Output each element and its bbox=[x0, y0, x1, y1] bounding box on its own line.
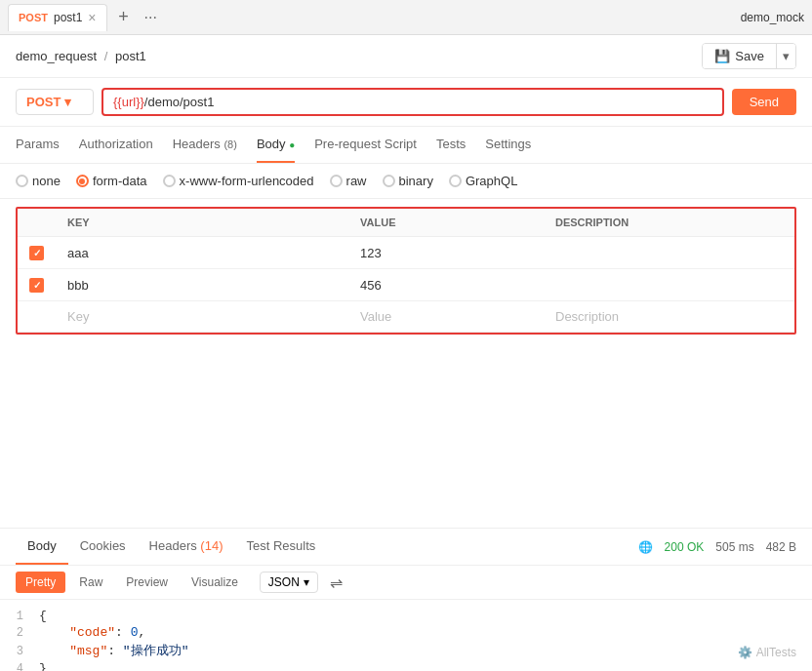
body-type-form-data-label: form-data bbox=[93, 174, 147, 188]
save-button-group[interactable]: 💾 Save ▾ bbox=[702, 43, 796, 69]
resp-tab-headers[interactable]: Headers (14) bbox=[138, 529, 235, 565]
format-tab-visualize[interactable]: Visualize bbox=[182, 572, 248, 593]
tab-method-badge: POST bbox=[19, 12, 48, 23]
request-tabs-nav: Params Authorization Headers (8) Body ● … bbox=[0, 127, 812, 164]
breadcrumb: demo_request / post1 bbox=[16, 49, 146, 63]
body-type-graphql[interactable]: GraphQL bbox=[449, 174, 517, 188]
placeholder-checkbox bbox=[18, 301, 56, 333]
breadcrumb-current: post1 bbox=[115, 49, 146, 63]
workspace-name: demo_mock bbox=[741, 11, 804, 24]
body-type-graphql-label: GraphQL bbox=[466, 174, 517, 188]
row2-checkbox-cell[interactable] bbox=[18, 269, 56, 301]
body-type-binary[interactable]: binary bbox=[383, 174, 433, 188]
url-template-part: {{url}} bbox=[113, 95, 144, 109]
body-type-binary-label: binary bbox=[399, 174, 433, 188]
body-type-urlencoded-label: x-www-form-urlencoded bbox=[180, 174, 314, 188]
placeholder-value[interactable]: Value bbox=[348, 301, 544, 333]
row2-key[interactable]: bbb bbox=[56, 269, 348, 301]
params-table: KEY VALUE DESCRIPTION aaa 123 bbox=[18, 209, 794, 333]
url-input[interactable]: {{url}}/demo/post1 bbox=[102, 88, 724, 116]
col-value-header: VALUE bbox=[348, 209, 544, 237]
format-bar: Pretty Raw Preview Visualize JSON ▾ ⇌ bbox=[0, 566, 812, 600]
col-description-header: DESCRIPTION bbox=[544, 209, 794, 237]
resp-tab-body[interactable]: Body bbox=[16, 529, 68, 565]
code-line-3: 3 "msg": "操作成功" bbox=[0, 641, 812, 660]
method-label: POST bbox=[26, 95, 61, 109]
response-tabs-nav: Body Cookies Headers (14) Test Results 🌐… bbox=[0, 529, 812, 566]
placeholder-key[interactable]: Key bbox=[56, 301, 348, 333]
radio-binary bbox=[383, 175, 395, 187]
response-section: Body Cookies Headers (14) Test Results 🌐… bbox=[0, 528, 812, 671]
url-bar: POST ▾ {{url}}/demo/post1 Send bbox=[0, 78, 812, 127]
resp-headers-count: (14) bbox=[200, 538, 223, 553]
code-line-4: 4 } bbox=[0, 660, 812, 671]
save-icon: 💾 bbox=[714, 49, 730, 63]
url-path-part: /demo/post1 bbox=[144, 95, 215, 109]
row1-checkbox[interactable] bbox=[29, 246, 44, 260]
row1-description[interactable] bbox=[544, 237, 794, 269]
watermark-icon: ⚙️ bbox=[738, 646, 752, 659]
tab-nav-headers[interactable]: Headers (8) bbox=[173, 127, 237, 163]
tab-post1[interactable]: POST post1 × bbox=[8, 4, 107, 31]
tab-bar: POST post1 × + ··· demo_mock bbox=[0, 0, 812, 35]
row2-description[interactable] bbox=[544, 269, 794, 301]
placeholder-description[interactable]: Description bbox=[544, 301, 794, 333]
body-type-form-data[interactable]: form-data bbox=[76, 174, 147, 188]
table-row: bbb 456 bbox=[18, 269, 794, 301]
tab-name: post1 bbox=[54, 11, 82, 24]
body-type-none[interactable]: none bbox=[16, 174, 61, 188]
params-section: KEY VALUE DESCRIPTION aaa 123 bbox=[0, 199, 812, 342]
resp-tab-cookies[interactable]: Cookies bbox=[68, 529, 138, 565]
col-key-header: KEY bbox=[56, 209, 348, 237]
format-chevron-icon: ▾ bbox=[304, 575, 309, 589]
radio-raw bbox=[330, 175, 343, 187]
tab-nav-tests[interactable]: Tests bbox=[436, 127, 466, 163]
radio-none bbox=[16, 175, 28, 187]
tab-more-button[interactable]: ··· bbox=[141, 9, 161, 26]
save-main-button[interactable]: 💾 Save bbox=[703, 44, 776, 68]
code-content-2: "code": 0, bbox=[39, 625, 145, 640]
code-content-1: { bbox=[39, 609, 47, 623]
wrap-toggle-button[interactable]: ⇌ bbox=[330, 573, 343, 592]
line-num-4: 4 bbox=[0, 662, 39, 671]
col-checkbox bbox=[18, 209, 56, 237]
save-label: Save bbox=[735, 49, 764, 63]
line-num-3: 3 bbox=[0, 645, 39, 658]
format-tab-raw[interactable]: Raw bbox=[69, 572, 112, 593]
radio-urlencoded bbox=[163, 175, 176, 187]
tab-nav-settings[interactable]: Settings bbox=[485, 127, 531, 163]
resp-tab-test-results[interactable]: Test Results bbox=[234, 529, 327, 565]
breadcrumb-parent[interactable]: demo_request bbox=[16, 49, 97, 63]
radio-form-data bbox=[76, 175, 89, 187]
breadcrumb-bar: demo_request / post1 💾 Save ▾ bbox=[0, 35, 812, 78]
row1-checkbox-cell[interactable] bbox=[18, 237, 56, 269]
tab-nav-body[interactable]: Body ● bbox=[257, 127, 295, 163]
format-type-select[interactable]: JSON ▾ bbox=[260, 572, 318, 593]
tab-close-icon[interactable]: × bbox=[88, 11, 96, 24]
method-chevron-icon: ▾ bbox=[64, 95, 71, 109]
tab-nav-pre-request[interactable]: Pre-request Script bbox=[314, 127, 417, 163]
code-line-1: 1 { bbox=[0, 608, 812, 624]
row1-value[interactable]: 123 bbox=[348, 237, 544, 269]
send-button[interactable]: Send bbox=[732, 89, 796, 115]
row2-checkbox[interactable] bbox=[29, 278, 44, 293]
body-type-raw[interactable]: raw bbox=[330, 174, 367, 188]
breadcrumb-separator: / bbox=[104, 49, 108, 63]
headers-count-badge: (8) bbox=[223, 138, 236, 150]
row2-value[interactable]: 456 bbox=[348, 269, 544, 301]
code-line-2: 2 "code": 0, bbox=[0, 624, 812, 641]
response-size: 482 B bbox=[766, 540, 796, 554]
method-select[interactable]: POST ▾ bbox=[16, 89, 94, 115]
row1-key[interactable]: aaa bbox=[56, 237, 348, 269]
code-content-3: "msg": "操作成功" bbox=[39, 642, 188, 659]
tab-add-button[interactable]: + bbox=[111, 5, 137, 30]
watermark: ⚙️ AllTests bbox=[738, 646, 796, 659]
format-tab-preview[interactable]: Preview bbox=[116, 572, 178, 593]
tab-nav-params[interactable]: Params bbox=[16, 127, 60, 163]
tab-nav-authorization[interactable]: Authorization bbox=[79, 127, 153, 163]
body-type-urlencoded[interactable]: x-www-form-urlencoded bbox=[163, 174, 314, 188]
body-types-selector: none form-data x-www-form-urlencoded raw… bbox=[0, 164, 812, 199]
response-code-body: 1 { 2 "code": 0, 3 "msg": "操作成功" 4 } bbox=[0, 600, 812, 671]
save-dropdown-arrow[interactable]: ▾ bbox=[776, 44, 795, 68]
format-tab-pretty[interactable]: Pretty bbox=[16, 572, 65, 593]
